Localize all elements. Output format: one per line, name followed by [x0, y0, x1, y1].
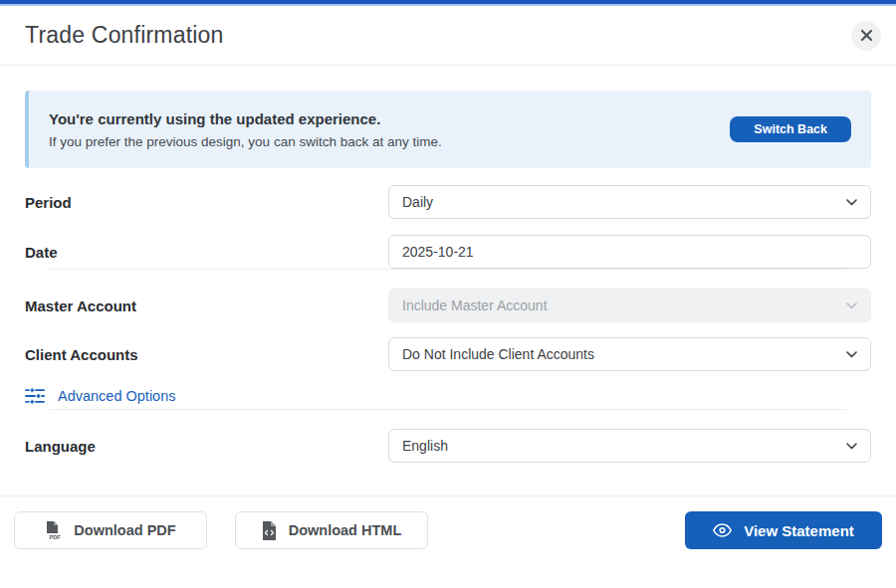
close-icon — [860, 29, 873, 42]
experience-banner: You're currently using the updated exper… — [25, 91, 871, 168]
date-input[interactable] — [388, 235, 871, 269]
modal-header: Trade Confirmation — [0, 6, 896, 65]
field-row-client-accounts: Client Accounts Do Not Include Client Ac… — [25, 337, 871, 371]
divider — [0, 65, 896, 66]
field-row-language: Language English — [25, 429, 871, 463]
sliders-icon — [25, 387, 45, 405]
language-label: Language — [25, 438, 96, 455]
advanced-options-link[interactable]: Advanced Options — [25, 387, 176, 405]
client-accounts-select-value: Do Not Include Client Accounts — [402, 346, 594, 362]
period-label: Period — [25, 194, 72, 211]
view-statement-button[interactable]: View Statement — [685, 511, 882, 549]
download-pdf-button[interactable]: PDF Download PDF — [14, 511, 207, 549]
download-pdf-label: Download PDF — [74, 522, 175, 538]
modal-body: You're currently using the updated exper… — [0, 91, 896, 463]
chevron-down-icon — [846, 302, 857, 309]
switch-back-button[interactable]: Switch Back — [730, 116, 851, 142]
period-select[interactable]: Daily — [388, 185, 871, 219]
banner-subtitle: If you prefer the previous design, you c… — [49, 134, 442, 149]
master-account-select: Include Master Account — [388, 289, 871, 322]
download-html-label: Download HTML — [289, 522, 402, 538]
master-account-label: Master Account — [25, 297, 136, 314]
trade-confirmation-modal: Trade Confirmation You're currently usin… — [0, 0, 896, 549]
modal-footer: PDF Download PDF Download HTML — [0, 496, 896, 549]
banner-text: You're currently using the updated exper… — [49, 110, 442, 149]
eye-icon — [713, 523, 732, 537]
pdf-file-icon: PDF — [45, 521, 62, 540]
field-row-master-account: Master Account Include Master Account — [25, 289, 871, 322]
client-accounts-label: Client Accounts — [25, 346, 138, 363]
advanced-options-label: Advanced Options — [58, 388, 176, 404]
view-statement-label: View Statement — [744, 522, 854, 539]
period-select-value: Daily — [402, 194, 433, 210]
svg-text:PDF: PDF — [50, 534, 62, 540]
language-select[interactable]: English — [388, 429, 871, 463]
language-select-value: English — [402, 438, 448, 454]
field-row-period: Period Daily — [25, 185, 871, 219]
page-title: Trade Confirmation — [25, 22, 224, 49]
field-row-date: Date — [25, 235, 871, 269]
html-file-icon — [262, 521, 277, 540]
client-accounts-select[interactable]: Do Not Include Client Accounts — [388, 337, 871, 371]
chevron-down-icon — [846, 443, 857, 450]
chevron-down-icon — [846, 351, 857, 358]
download-html-button[interactable]: Download HTML — [235, 511, 428, 549]
banner-title: You're currently using the updated exper… — [49, 110, 442, 127]
download-buttons-group: PDF Download PDF Download HTML — [14, 511, 428, 549]
divider — [50, 409, 846, 410]
chevron-down-icon — [846, 199, 857, 206]
master-account-select-value: Include Master Account — [402, 297, 548, 313]
close-button[interactable] — [851, 21, 881, 51]
date-label: Date — [25, 244, 58, 261]
divider — [50, 269, 846, 270]
